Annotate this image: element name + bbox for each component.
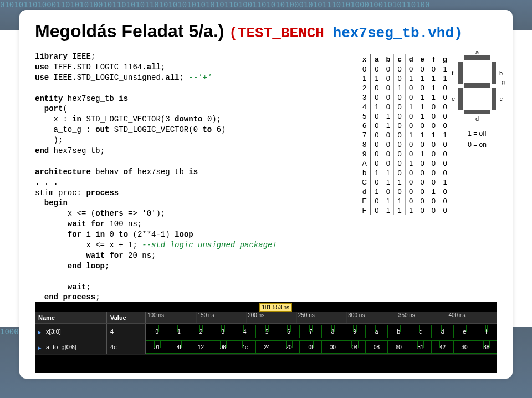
- wave-bus-value: 20: [278, 340, 300, 354]
- truth-cell: 0: [428, 196, 439, 206]
- truth-cell: 0: [405, 168, 417, 177]
- truth-cell: 0: [439, 111, 451, 121]
- truth-cell: 1: [382, 196, 394, 206]
- truth-cell: 0: [417, 140, 428, 149]
- truth-cell: 1: [417, 102, 428, 111]
- truth-cell: 0: [428, 149, 439, 159]
- truth-cell: 1: [417, 149, 428, 159]
- truth-cell: 0: [371, 121, 382, 130]
- truth-cell: 0: [405, 140, 417, 149]
- truth-cell: 0: [382, 83, 394, 93]
- truth-cell: 0: [405, 111, 417, 121]
- seg-label-c: c: [500, 95, 503, 102]
- truth-cell: 0: [359, 64, 371, 74]
- wave-bus-value: 4c: [234, 340, 256, 354]
- truth-header: b: [382, 54, 394, 64]
- truth-cell: 1: [428, 83, 439, 93]
- truth-cell: 0: [439, 93, 451, 102]
- seg-label-d: d: [475, 115, 479, 122]
- wave-cursor: 181.553 ns: [259, 303, 293, 312]
- segment-g: [464, 83, 490, 88]
- wave-bus-value: 4: [234, 325, 256, 338]
- truth-cell: 0: [394, 149, 405, 159]
- wave-bus-value: b: [387, 325, 410, 338]
- truth-cell: F: [359, 206, 371, 215]
- wave-signal-row: ▸x[3:0]40123456789abcdef: [35, 324, 497, 339]
- slide-title: Megoldás Feladat 5/a.) (TEST_BENCH hex7s…: [35, 21, 497, 42]
- truth-cell: 1: [417, 74, 428, 83]
- wave-bus-value: 38: [475, 340, 497, 354]
- truth-cell: 0: [417, 187, 428, 196]
- truth-cell: 0: [428, 111, 439, 121]
- seg-label-e: e: [452, 95, 455, 102]
- truth-cell: 1: [382, 111, 394, 121]
- time-tick: 100 ns: [146, 312, 164, 323]
- truth-table: xabcdefg00000001110011112001001030000110…: [359, 54, 451, 215]
- truth-cell: 0: [382, 74, 394, 83]
- truth-cell: 0: [394, 187, 405, 196]
- truth-cell: 6: [359, 121, 371, 130]
- truth-cell: 0: [382, 159, 394, 168]
- truth-cell: 0: [417, 121, 428, 130]
- seg-label-f: f: [452, 70, 453, 76]
- wave-bus-value: 8: [321, 325, 344, 338]
- truth-cell: 0: [428, 159, 439, 168]
- wave-bus-value: 9: [344, 325, 366, 338]
- wave-signal-row: ▸a_to_g[0:6]4c014f12064c24200f0004086031…: [35, 339, 497, 355]
- truth-cell: 0: [439, 168, 451, 177]
- truth-cell: 1: [428, 130, 439, 140]
- truth-cell: 0: [405, 187, 417, 196]
- truth-cell: 1: [405, 102, 417, 111]
- segment-c: [492, 88, 496, 110]
- wave-bus-value: 31: [410, 340, 432, 354]
- truth-cell: 1: [417, 93, 428, 102]
- truth-cell: 0: [417, 159, 428, 168]
- wave-bus-value: 0: [146, 325, 168, 338]
- wave-bus-value: 06: [212, 340, 234, 354]
- wave-signal-name[interactable]: ▸a_to_g[0:6]: [35, 339, 107, 354]
- truth-cell: 0: [428, 102, 439, 111]
- expand-icon[interactable]: ▸: [38, 329, 44, 334]
- truth-cell: 1: [382, 168, 394, 177]
- wave-trace: 0123456789abcdef: [146, 324, 497, 339]
- truth-cell: 0: [439, 196, 451, 206]
- time-tick: 400 ns: [447, 312, 465, 323]
- truth-cell: 1: [439, 130, 451, 140]
- truth-cell: 0: [382, 102, 394, 111]
- truth-cell: 0: [417, 168, 428, 177]
- truth-cell: 0: [428, 177, 439, 187]
- truth-cell: 0: [417, 83, 428, 93]
- truth-cell: 1: [405, 74, 417, 83]
- truth-cell: 0: [428, 140, 439, 149]
- truth-cell: 1: [394, 206, 405, 215]
- truth-cell: 0: [439, 102, 451, 111]
- segment-b: [492, 62, 496, 84]
- wave-bus-value: 4f: [168, 340, 190, 354]
- expand-icon[interactable]: ▸: [38, 344, 44, 350]
- truth-cell: b: [359, 168, 371, 177]
- truth-cell: 1: [382, 121, 394, 130]
- wave-bus-value: 5: [255, 325, 278, 338]
- time-tick: 150 ns: [196, 312, 214, 323]
- truth-cell: 0: [394, 102, 405, 111]
- truth-header: f: [428, 54, 439, 64]
- wave-bus-value: f: [475, 325, 497, 338]
- truth-cell: 3: [359, 93, 371, 102]
- wave-bus-value: e: [453, 325, 475, 338]
- truth-cell: 7: [359, 130, 371, 140]
- wave-signal-name[interactable]: ▸x[3:0]: [35, 324, 107, 339]
- wave-bus-value: 04: [344, 340, 366, 354]
- segment-d: [464, 110, 490, 114]
- truth-cell: d: [359, 187, 371, 196]
- seg-label-b: b: [499, 70, 503, 76]
- wave-bus-value: 3: [212, 325, 234, 338]
- wave-bus-value: 60: [387, 340, 410, 354]
- legend-on: 0 = on: [468, 141, 487, 149]
- truth-cell: 0: [382, 187, 394, 196]
- seg-label-a: a: [475, 49, 479, 55]
- truth-cell: 0: [439, 83, 451, 93]
- truth-cell: 1: [371, 187, 382, 196]
- wave-header-name: Name: [35, 312, 107, 323]
- truth-header: x: [359, 54, 371, 64]
- truth-cell: 0: [394, 159, 405, 168]
